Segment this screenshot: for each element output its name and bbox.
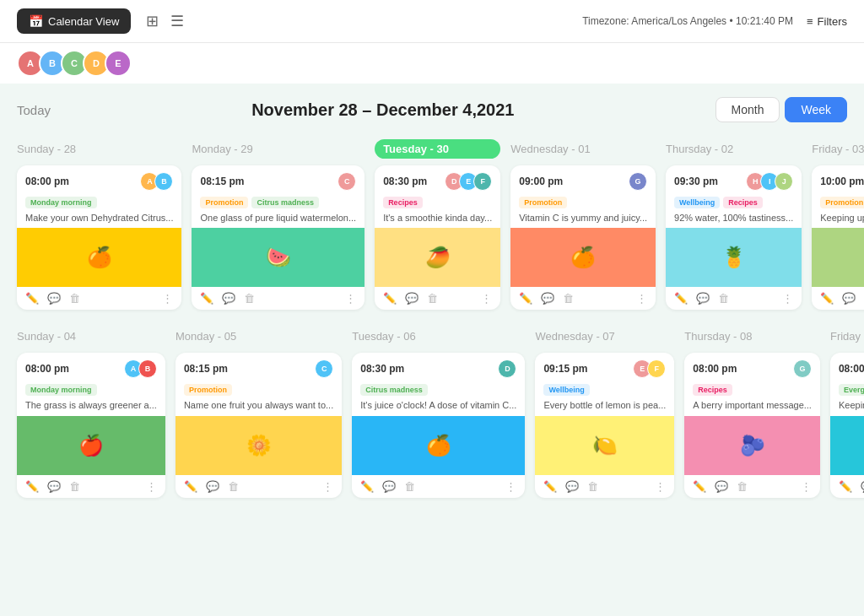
more-options-button[interactable]: ⋮ xyxy=(146,480,157,493)
card-time: 08:15 pm xyxy=(184,363,228,375)
card-image: 🍊 xyxy=(17,228,181,287)
card-avatar[interactable]: J xyxy=(775,172,793,191)
card-actions: ✏️💬🗑⋮ xyxy=(812,287,864,306)
more-options-button[interactable]: ⋮ xyxy=(345,292,356,305)
comment-button[interactable]: 💬 xyxy=(382,480,396,493)
comment-button[interactable]: 💬 xyxy=(47,292,61,305)
card-avatar[interactable]: D xyxy=(498,359,516,378)
edit-button[interactable]: ✏️ xyxy=(839,480,852,493)
card-actions-left: ✏️💬🗑 xyxy=(543,480,598,493)
card-description: The grass is always greener a... xyxy=(17,397,165,415)
delete-button[interactable]: 🗑 xyxy=(228,480,239,493)
card-tags: EvergreenBranded Content xyxy=(830,381,864,397)
card-tag: Promotion xyxy=(184,384,232,396)
card-actions-left: ✏️💬🗑 xyxy=(184,480,239,493)
comment-button[interactable]: 💬 xyxy=(222,292,235,305)
comment-button[interactable]: 💬 xyxy=(565,480,579,493)
card-avatar[interactable]: F xyxy=(473,172,492,191)
card-avatars: AB xyxy=(124,359,157,378)
topbar: 📅 Calendar View ⊞ ☰ Timezone: America/Lo… xyxy=(0,0,864,43)
main-calendar: Today November 28 – December 4,2021 Mont… xyxy=(0,84,864,521)
delete-button[interactable]: 🗑 xyxy=(737,480,748,493)
edit-button[interactable]: ✏️ xyxy=(519,292,532,305)
card-avatar[interactable]: F xyxy=(647,359,666,378)
delete-button[interactable]: 🗑 xyxy=(427,292,438,305)
more-options-button[interactable]: ⋮ xyxy=(481,292,492,305)
day-label: Thursday - 02 xyxy=(666,139,802,159)
card-tag: Monday morning xyxy=(25,197,97,208)
edit-button[interactable]: ✏️ xyxy=(25,292,39,305)
delete-button[interactable]: 🗑 xyxy=(244,292,255,305)
card-actions: ✏️💬🗑⋮ xyxy=(17,287,181,306)
card-avatar[interactable]: G xyxy=(629,172,647,191)
edit-button[interactable]: ✏️ xyxy=(25,480,39,493)
topbar-right: Timezone: America/Los Angeles • 10:21:40… xyxy=(582,15,847,28)
delete-button[interactable]: 🗑 xyxy=(69,480,80,493)
card-top: 08:00 pmAB xyxy=(17,353,165,381)
filters-button[interactable]: ≡ Filters xyxy=(807,15,847,28)
avatar[interactable]: E xyxy=(105,50,132,77)
delete-button[interactable]: 🗑 xyxy=(718,292,729,305)
comment-button[interactable]: 💬 xyxy=(696,292,710,305)
more-options-button[interactable]: ⋮ xyxy=(636,292,647,305)
view-toggle: Month Week xyxy=(716,97,847,122)
edit-button[interactable]: ✏️ xyxy=(820,292,834,305)
card-tag: Citrus madness xyxy=(251,197,319,208)
edit-button[interactable]: ✏️ xyxy=(674,292,688,305)
card-tag: Evergreen xyxy=(839,384,864,396)
card-avatar[interactable]: B xyxy=(154,172,173,191)
card-avatar[interactable]: B xyxy=(138,359,157,378)
more-options-button[interactable]: ⋮ xyxy=(801,480,812,493)
comment-button[interactable]: 💬 xyxy=(405,292,418,305)
card-tag: Monday morning xyxy=(25,384,97,396)
delete-button[interactable]: 🗑 xyxy=(563,292,574,305)
delete-button[interactable]: 🗑 xyxy=(587,480,598,493)
comment-button[interactable]: 💬 xyxy=(206,480,219,493)
more-options-button[interactable]: ⋮ xyxy=(782,292,793,305)
post-card: 10:00 pmKPromotionKeeping up with social… xyxy=(812,165,864,310)
day-column: Friday - 0908:00 pmHIJEvergreenBranded C… xyxy=(830,327,864,497)
day-column: Friday - 0310:00 pmKPromotionKeeping up … xyxy=(812,139,864,310)
card-tags: Promotion xyxy=(510,194,656,210)
post-card: 08:00 pmABMonday morningThe grass is alw… xyxy=(17,353,165,497)
grid-view-button[interactable]: ⊞ xyxy=(144,10,160,32)
card-avatar[interactable]: G xyxy=(793,359,812,378)
more-options-button[interactable]: ⋮ xyxy=(162,292,173,305)
card-actions-left: ✏️💬🗑 xyxy=(360,480,415,493)
card-top: 08:15 pmC xyxy=(192,165,364,194)
card-actions: ✏️💬🗑⋮ xyxy=(17,475,165,494)
list-view-button[interactable]: ☰ xyxy=(169,10,186,32)
day-column: Sunday - 2808:00 pmABMonday morningMake … xyxy=(17,139,181,310)
month-button[interactable]: Month xyxy=(716,97,780,122)
comment-button[interactable]: 💬 xyxy=(47,480,61,493)
card-actions-left: ✏️💬🗑 xyxy=(200,292,255,305)
card-tags: Wellbeing xyxy=(535,381,674,397)
card-top: 08:00 pmAB xyxy=(17,165,181,194)
card-avatars: C xyxy=(338,172,356,191)
card-actions: ✏️💬🗑⋮ xyxy=(192,287,364,306)
calendar-view-button[interactable]: 📅 Calendar View xyxy=(17,8,131,34)
card-avatar[interactable]: C xyxy=(315,359,333,378)
card-avatar[interactable]: C xyxy=(338,172,356,191)
delete-button[interactable]: 🗑 xyxy=(404,480,415,493)
comment-button[interactable]: 💬 xyxy=(715,480,728,493)
comment-button[interactable]: 💬 xyxy=(842,292,856,305)
day-label: Thursday - 08 xyxy=(684,327,820,346)
more-options-button[interactable]: ⋮ xyxy=(505,480,516,493)
card-top: 08:00 pmHIJ xyxy=(830,353,864,381)
week-button[interactable]: Week xyxy=(785,97,847,122)
edit-button[interactable]: ✏️ xyxy=(383,292,397,305)
edit-button[interactable]: ✏️ xyxy=(360,480,374,493)
day-label: Wednesday - 01 xyxy=(510,139,656,159)
edit-button[interactable]: ✏️ xyxy=(543,480,557,493)
edit-button[interactable]: ✏️ xyxy=(184,480,197,493)
card-image: 🍊 xyxy=(352,416,525,475)
comment-button[interactable]: 💬 xyxy=(541,292,554,305)
more-options-button[interactable]: ⋮ xyxy=(322,480,333,493)
more-options-button[interactable]: ⋮ xyxy=(655,480,666,493)
delete-button[interactable]: 🗑 xyxy=(69,292,80,305)
edit-button[interactable]: ✏️ xyxy=(200,292,213,305)
comment-button[interactable]: 💬 xyxy=(861,480,864,493)
edit-button[interactable]: ✏️ xyxy=(693,480,706,493)
card-avatars: D xyxy=(498,359,516,378)
